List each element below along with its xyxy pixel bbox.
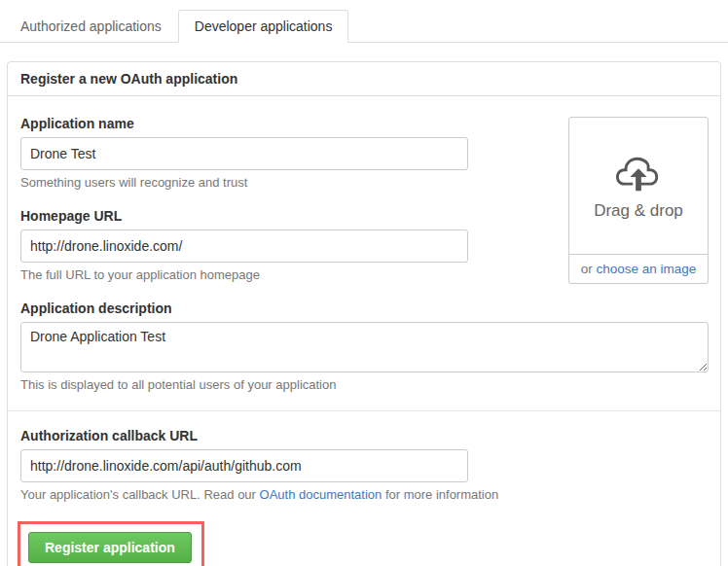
application-description-group: Application description Drone Applicatio…	[20, 301, 709, 392]
callback-url-label: Authorization callback URL	[20, 428, 709, 443]
application-description-label: Application description	[20, 301, 709, 316]
tab-developer-applications[interactable]: Developer applications	[178, 10, 349, 43]
annotation-highlight-box: Register application	[18, 521, 204, 566]
cloud-upload-icon	[616, 152, 661, 196]
oauth-application-panel: Register a new OAuth application Drag & …	[7, 61, 721, 566]
homepage-url-input[interactable]	[20, 230, 468, 263]
callback-url-input[interactable]	[20, 449, 468, 482]
register-application-button[interactable]: Register application	[28, 532, 192, 563]
application-logo-upload: Drag & drop or choose an image	[568, 117, 709, 284]
tab-authorized-applications[interactable]: Authorized applications	[4, 10, 178, 43]
callback-url-hint-prefix: Your application's callback URL. Read ou…	[20, 487, 260, 502]
callback-url-hint-suffix: for more information	[382, 487, 498, 502]
section-divider	[8, 410, 720, 411]
oauth-settings-page: Authorized applications Developer applic…	[0, 0, 728, 566]
image-dropzone[interactable]: Drag & drop	[569, 118, 708, 254]
application-description-hint: This is displayed to all potential users…	[20, 377, 709, 392]
choose-an-image-link[interactable]: choose an image	[596, 262, 696, 276]
callback-url-group: Authorization callback URL Your applicat…	[20, 428, 709, 502]
panel-title: Register a new OAuth application	[8, 62, 720, 96]
panel-body: Drag & drop or choose an image Applicati…	[8, 96, 720, 566]
callback-url-hint: Your application's callback URL. Read ou…	[20, 487, 709, 502]
tab-bar: Authorized applications Developer applic…	[0, 10, 728, 43]
drag-drop-label: Drag & drop	[594, 201, 683, 221]
choose-image-strip: or choose an image	[569, 254, 708, 283]
oauth-documentation-link[interactable]: OAuth documentation	[260, 487, 382, 502]
application-name-input[interactable]	[20, 137, 468, 170]
choose-image-prefix: or	[581, 262, 597, 276]
application-description-textarea[interactable]: Drone Application Test	[20, 322, 709, 372]
